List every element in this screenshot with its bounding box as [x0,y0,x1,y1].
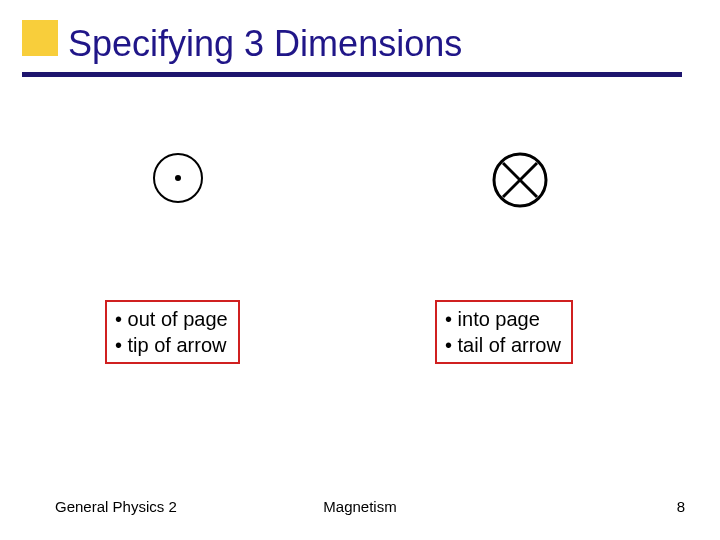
legend-line: • out of page [115,306,228,332]
svg-point-1 [175,175,181,181]
page-title: Specifying 3 Dimensions [68,23,462,65]
footer-topic: Magnetism [323,498,396,515]
legend-box-into-page: • into page • tail of arrow [435,300,573,364]
legend-line: • tip of arrow [115,332,228,358]
legend-line: • tail of arrow [445,332,561,358]
footer-course-name: General Physics 2 [55,498,177,515]
legend-line: • into page [445,306,561,332]
footer-page-number: 8 [677,498,685,515]
corner-accent-square [22,20,58,56]
legend-row: • out of page • tip of arrow • into page… [0,300,720,364]
title-divider [22,72,682,77]
symbol-col-right [360,150,720,210]
symbol-col-left [0,150,360,210]
into-page-icon [490,150,550,210]
legend-col-right: • into page • tail of arrow [360,300,720,364]
out-of-page-icon [150,150,206,206]
legend-col-left: • out of page • tip of arrow [0,300,360,364]
legend-box-out-of-page: • out of page • tip of arrow [105,300,240,364]
symbol-row [0,150,720,210]
